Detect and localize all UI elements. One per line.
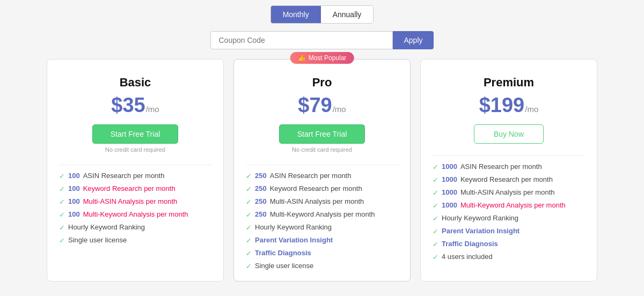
plan-title: Pro: [312, 76, 332, 90]
features-list: ✓ 250 ASIN Research per month ✓ 250 Keyw…: [246, 172, 398, 270]
plan-card-pro: 👍 Most Popular Pro $79 /mo Start Free Tr…: [233, 59, 411, 282]
feature-item: ✓ Hourly Keyword Ranking: [59, 223, 211, 232]
feature-item: ✓ Traffic Diagnosis: [246, 249, 398, 257]
feature-item: ✓ 1000 ASIN Research per month: [433, 162, 585, 171]
start-trial-button-basic[interactable]: Start Free Trial: [92, 124, 178, 144]
check-icon: ✓: [246, 211, 252, 219]
price-value: $35: [111, 94, 145, 117]
coupon-row: Apply: [210, 31, 433, 49]
feature-item: ✓ Hourly Keyword Ranking: [433, 214, 585, 223]
badge-label: Most Popular: [309, 54, 347, 62]
feature-item: ✓ 1000 Keyword Research per month: [433, 175, 585, 184]
monthly-tab[interactable]: Monthly: [271, 6, 321, 23]
check-icon: ✓: [59, 185, 65, 193]
feature-item: ✓ Single user license: [246, 262, 398, 270]
check-icon: ✓: [433, 176, 438, 184]
check-icon: ✓: [246, 185, 252, 193]
plan-title: Premium: [484, 76, 534, 90]
pricing-cards: Basic $35 /mo Start Free Trial No credit…: [40, 59, 604, 282]
check-icon: ✓: [246, 262, 252, 270]
feature-item: ✓ 250 Keyword Research per month: [246, 184, 398, 193]
check-icon: ✓: [433, 202, 438, 210]
price-value: $79: [298, 94, 332, 117]
start-trial-button-pro[interactable]: Start Free Trial: [279, 124, 365, 144]
check-icon: ✓: [433, 189, 438, 197]
check-icon: ✓: [246, 224, 252, 232]
check-icon: ✓: [246, 236, 252, 245]
check-icon: ✓: [246, 249, 252, 257]
coupon-input[interactable]: [210, 31, 393, 49]
apply-button[interactable]: Apply: [393, 31, 433, 49]
feature-item: ✓ 4 users included: [433, 253, 585, 261]
feature-item: ✓ 100 ASIN Research per month: [59, 172, 211, 180]
price-period: /mo: [333, 105, 346, 114]
no-cc-label: No credit card required: [105, 146, 165, 153]
price-value: $199: [479, 94, 525, 117]
plan-card-basic: Basic $35 /mo Start Free Trial No credit…: [47, 59, 224, 282]
annually-tab[interactable]: Annually: [321, 6, 374, 23]
no-cc-label: No credit card required: [292, 146, 352, 153]
feature-item: ✓ 250 ASIN Research per month: [246, 172, 398, 180]
check-icon: ✓: [246, 198, 252, 206]
check-icon: ✓: [59, 198, 65, 206]
feature-item: ✓ 100 Multi-ASIN Analysis per month: [59, 197, 211, 206]
check-icon: ✓: [59, 236, 65, 245]
price-period: /mo: [146, 105, 159, 114]
feature-item: ✓ 250 Multi-Keyword Analysis per month: [246, 210, 398, 219]
billing-toggle: Monthly Annually: [270, 5, 374, 24]
plan-card-premium: Premium $199 /mo Buy Now ✓ 1000 ASIN Res…: [420, 59, 597, 282]
feature-item: ✓ Traffic Diagnosis: [433, 240, 585, 248]
check-icon: ✓: [433, 163, 438, 171]
check-icon: ✓: [59, 172, 65, 180]
feature-item: ✓ Hourly Keyword Ranking: [246, 223, 398, 232]
check-icon: ✓: [433, 240, 438, 248]
feature-item: ✓ 100 Keyword Research per month: [59, 184, 211, 193]
feature-item: ✓ 1000 Multi-ASIN Analysis per month: [433, 188, 585, 197]
check-icon: ✓: [246, 172, 252, 180]
buy-button-premium[interactable]: Buy Now: [474, 124, 544, 144]
feature-item: ✓ Parent Variation Insight: [246, 236, 398, 245]
plan-price: $35 /mo: [111, 94, 159, 117]
features-list: ✓ 1000 ASIN Research per month ✓ 1000 Ke…: [433, 162, 585, 261]
feature-item: ✓ 1000 Multi-Keyword Analysis per month: [433, 201, 585, 210]
feature-item: ✓ Single user license: [59, 236, 211, 245]
feature-item: ✓ 100 Multi-Keyword Analysis per month: [59, 210, 211, 219]
plan-title: Basic: [120, 76, 151, 90]
feature-item: ✓ 250 Multi-ASIN Analysis per month: [246, 197, 398, 206]
most-popular-badge: 👍 Most Popular: [290, 52, 354, 64]
check-icon: ✓: [59, 224, 65, 232]
price-period: /mo: [525, 105, 538, 114]
plan-price: $79 /mo: [298, 94, 346, 117]
features-list: ✓ 100 ASIN Research per month ✓ 100 Keyw…: [59, 172, 211, 245]
check-icon: ✓: [433, 214, 438, 223]
feature-item: ✓ Parent Variation Insight: [433, 227, 585, 235]
thumbs-up-icon: 👍: [298, 54, 306, 62]
plan-price: $199 /mo: [479, 94, 539, 117]
check-icon: ✓: [433, 253, 438, 261]
check-icon: ✓: [59, 211, 65, 219]
check-icon: ✓: [433, 227, 438, 235]
